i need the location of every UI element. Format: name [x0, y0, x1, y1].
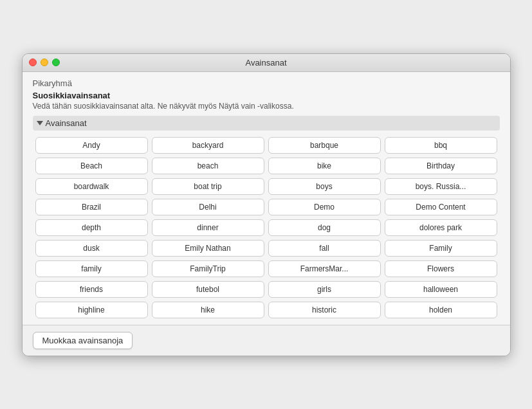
- keyword-tag[interactable]: friends: [35, 281, 148, 298]
- keyword-tag[interactable]: holden: [385, 302, 497, 318]
- keyword-tag[interactable]: barbque: [268, 137, 381, 154]
- group-label: Pikaryhmä: [33, 78, 500, 88]
- main-window: Avainsanat Pikaryhmä Suosikkiavainsanat …: [22, 53, 511, 356]
- keyword-tag[interactable]: girls: [268, 281, 381, 298]
- keyword-tag[interactable]: boys. Russia...: [385, 178, 497, 195]
- keyword-tag[interactable]: dolores park: [385, 219, 497, 236]
- keyword-tag[interactable]: backyard: [152, 137, 264, 154]
- keywords-header: Avainsanat: [33, 116, 500, 131]
- favorites-title: Suosikkiavainsanat: [33, 91, 500, 100]
- keyword-tag[interactable]: beach: [152, 158, 264, 174]
- keyword-tag[interactable]: FamilyTrip: [152, 260, 264, 277]
- maximize-button[interactable]: [52, 59, 60, 66]
- keyword-tag[interactable]: FarmersMar...: [268, 260, 381, 277]
- keyword-tag[interactable]: boardwalk: [35, 178, 148, 195]
- close-button[interactable]: [29, 59, 37, 66]
- keyword-tag[interactable]: boat trip: [152, 178, 264, 195]
- keyword-tag[interactable]: Delhi: [152, 199, 264, 215]
- keywords-header-label: Avainsanat: [46, 118, 87, 128]
- window-controls: [29, 59, 60, 66]
- titlebar: Avainsanat: [23, 54, 510, 72]
- triangle-icon: [37, 121, 43, 125]
- window-title: Avainsanat: [245, 58, 286, 68]
- keyword-tag[interactable]: halloween: [385, 281, 497, 298]
- keywords-grid: AndybackyardbarbquebbqBeachbeachbikeBirt…: [33, 137, 500, 318]
- keyword-tag[interactable]: Birthday: [385, 158, 497, 174]
- favorites-description: Vedä tähän suosikkiavainsanat alta. Ne n…: [33, 102, 500, 111]
- keyword-tag[interactable]: fall: [268, 240, 381, 257]
- keyword-tag[interactable]: family: [35, 260, 148, 277]
- keyword-tag[interactable]: bike: [268, 158, 381, 174]
- keyword-tag[interactable]: Beach: [35, 158, 148, 174]
- keyword-tag[interactable]: dog: [268, 219, 381, 236]
- keyword-tag[interactable]: Emily Nathan: [152, 240, 264, 257]
- keyword-tag[interactable]: Brazil: [35, 199, 148, 215]
- keyword-tag[interactable]: dusk: [35, 240, 148, 257]
- keyword-tag[interactable]: historic: [268, 302, 381, 318]
- keyword-tag[interactable]: bbq: [385, 137, 497, 154]
- keyword-tag[interactable]: Demo: [268, 199, 381, 215]
- keyword-tag[interactable]: Flowers: [385, 260, 497, 277]
- keyword-tag[interactable]: depth: [35, 219, 148, 236]
- keyword-tag[interactable]: Andy: [35, 137, 148, 154]
- edit-keywords-button[interactable]: Muokkaa avainsanoja: [33, 332, 133, 349]
- keyword-tag[interactable]: hike: [152, 302, 264, 318]
- keyword-tag[interactable]: futebol: [152, 281, 264, 298]
- keyword-tag[interactable]: dinner: [152, 219, 264, 236]
- keyword-tag[interactable]: Demo Content: [385, 199, 497, 215]
- keyword-tag[interactable]: Family: [385, 240, 497, 257]
- main-content: Pikaryhmä Suosikkiavainsanat Vedä tähän …: [23, 72, 510, 325]
- keyword-tag[interactable]: boys: [268, 178, 381, 195]
- minimize-button[interactable]: [41, 59, 48, 66]
- footer: Muokkaa avainsanoja: [23, 325, 510, 356]
- keyword-tag[interactable]: highline: [35, 302, 148, 318]
